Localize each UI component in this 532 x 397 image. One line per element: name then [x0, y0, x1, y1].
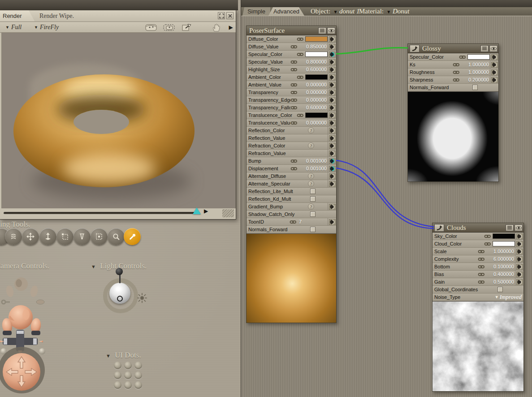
plug-cell[interactable] — [515, 263, 523, 270]
question-icon[interactable]: ? — [308, 173, 314, 179]
expand-window-icon[interactable] — [218, 12, 225, 19]
render-region-icon[interactable] — [162, 23, 176, 32]
plug-cell[interactable] — [328, 112, 336, 119]
plug-icon[interactable] — [491, 69, 498, 75]
plug-cell[interactable] — [328, 127, 336, 134]
ui-dot[interactable] — [134, 381, 142, 389]
color-picker-tool-icon[interactable] — [124, 228, 141, 245]
plug-icon[interactable] — [516, 256, 523, 262]
node-connector-icon[interactable] — [410, 45, 420, 52]
checkbox[interactable] — [497, 287, 503, 292]
node-glossy[interactable]: Glossy Specular_Color Ks 1.000000 Roughn… — [407, 43, 499, 182]
plug-icon[interactable] — [516, 279, 523, 285]
light-knob[interactable] — [116, 268, 123, 275]
plug-icon[interactable] — [329, 105, 336, 111]
plug-icon[interactable] — [329, 52, 336, 57]
trackball-control[interactable] — [0, 347, 45, 393]
plug-cell[interactable] — [328, 203, 336, 210]
param-value[interactable]: 0.500000 — [486, 279, 515, 285]
ui-dot[interactable] — [124, 381, 132, 389]
plug-cell[interactable] — [328, 150, 336, 157]
plug-icon[interactable] — [516, 249, 523, 255]
node-graph-area[interactable]: PoserSurface Diffuse_Color Diffuse_Value… — [241, 16, 532, 397]
plug-cell[interactable] — [328, 142, 336, 149]
plug-icon[interactable] — [329, 90, 336, 95]
node-menu-icon[interactable] — [480, 45, 489, 52]
ui-dot[interactable] — [134, 371, 142, 379]
plug-icon[interactable] — [329, 120, 336, 126]
plug-cell[interactable] — [515, 248, 523, 255]
render-titlebar[interactable]: Render Wipe. — [0, 10, 236, 22]
window-resize-grip[interactable] — [222, 209, 234, 217]
color-swatch[interactable] — [305, 74, 328, 80]
color-swatch[interactable] — [493, 233, 515, 239]
rotate-head-icon[interactable] — [36, 300, 44, 304]
plug-cell[interactable] — [328, 35, 336, 43]
color-swatch[interactable] — [305, 36, 328, 42]
param-value[interactable]: 0.000000 — [299, 120, 328, 125]
plug-cell[interactable] — [490, 76, 498, 83]
question-icon[interactable]: ? — [308, 127, 314, 134]
render-wipe-slider-handle[interactable] — [193, 207, 201, 214]
plug-icon[interactable] — [329, 97, 336, 103]
plug-icon[interactable] — [329, 143, 336, 149]
plug-cell[interactable] — [328, 165, 336, 172]
plug-icon[interactable] — [329, 128, 336, 134]
plug-icon[interactable] — [329, 36, 336, 42]
plug-cell[interactable] — [515, 240, 523, 247]
color-swatch[interactable] — [493, 241, 515, 246]
param-value[interactable]: 0.000000 — [299, 90, 328, 95]
node-header-posersurface[interactable]: PoserSurface — [247, 26, 336, 35]
param-value[interactable]: 0.000000 — [299, 82, 328, 87]
node-menu-icon[interactable] — [318, 27, 326, 34]
plug-cell[interactable] — [328, 58, 336, 65]
taper-tool-icon[interactable] — [74, 228, 91, 245]
plug-cell[interactable] — [328, 89, 336, 96]
ui-dot[interactable] — [124, 371, 132, 379]
checkbox[interactable] — [310, 211, 316, 217]
key-camera-icon[interactable] — [2, 300, 10, 304]
param-value[interactable]: 0.100000 — [486, 264, 515, 269]
material-selector[interactable]: Material: ▼ Donut — [359, 8, 409, 15]
close-window-icon[interactable] — [226, 12, 234, 19]
param-value[interactable]: 0.850000 — [299, 44, 328, 49]
node-header-glossy[interactable]: Glossy — [408, 44, 498, 53]
param-value[interactable]: 6.000000 — [486, 256, 515, 262]
plug-icon[interactable] — [329, 158, 336, 164]
plug-cell[interactable] — [328, 73, 336, 81]
zoom-tool-icon[interactable] — [108, 228, 125, 245]
plug-cell[interactable] — [328, 173, 336, 180]
plug-icon[interactable] — [329, 112, 336, 118]
param-value[interactable]: 0.200000 — [461, 77, 490, 82]
plug-icon[interactable] — [491, 62, 498, 68]
translate-in-out-tool-icon[interactable] — [39, 228, 56, 245]
plug-cell[interactable] — [328, 134, 336, 142]
plug-icon[interactable] — [329, 59, 336, 65]
ui-dot[interactable] — [124, 362, 132, 369]
plug-cell[interactable] — [328, 51, 336, 58]
plug-cell[interactable] — [490, 61, 498, 68]
preview-toggle-eye-icon[interactable] — [515, 224, 523, 231]
camera-ball-right[interactable] — [39, 348, 45, 354]
pan-hand-icon[interactable] — [210, 23, 223, 32]
param-value[interactable]: 1.000000 — [461, 62, 490, 67]
checkbox[interactable] — [310, 196, 316, 202]
color-swatch[interactable] — [305, 112, 328, 118]
tab-simple[interactable]: Simple — [242, 7, 270, 16]
plug-icon[interactable] — [329, 151, 336, 156]
param-value[interactable]: 0.000000 — [299, 97, 328, 103]
ui-dot[interactable] — [114, 371, 121, 379]
plug-icon[interactable] — [516, 241, 523, 247]
plug-icon[interactable] — [329, 74, 336, 80]
face-camera-icon[interactable] — [14, 277, 28, 291]
plug-icon[interactable] — [516, 233, 523, 239]
plug-cell[interactable] — [328, 66, 336, 73]
tab-advanced[interactable]: Advanced — [268, 7, 304, 16]
question-icon[interactable]: ? — [308, 142, 314, 149]
node-menu-icon[interactable] — [506, 224, 514, 231]
twist-tool-icon[interactable] — [5, 228, 22, 245]
collapse-triangle-icon[interactable]: ▼ — [106, 353, 111, 358]
checkbox[interactable] — [310, 227, 316, 232]
question-icon[interactable]: ? — [308, 181, 314, 187]
plug-icon[interactable] — [329, 135, 336, 141]
